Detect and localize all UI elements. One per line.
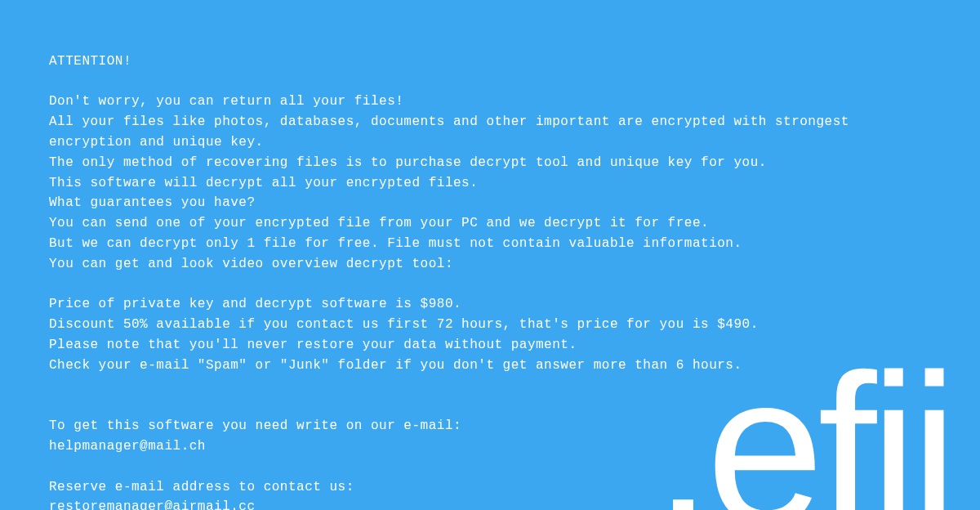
note-line: You can send one of your encrypted file …: [49, 216, 709, 230]
note-line: You can get and look video overview decr…: [49, 257, 453, 271]
note-line: Please note that you'll never restore yo…: [49, 338, 577, 352]
note-line: helpmanager@mail.ch: [49, 439, 206, 454]
note-line: Price of private key and decrypt softwar…: [49, 297, 461, 311]
ransom-note-content: ATTENTION! Don't worry, you can return a…: [0, 0, 980, 510]
note-line: Discount 50% available if you contact us…: [49, 317, 759, 332]
note-line: To get this software you need write on o…: [49, 418, 461, 433]
note-line: But we can decrypt only 1 file for free.…: [49, 236, 742, 251]
note-line: Check your e-mail "Spam" or "Junk" folde…: [49, 358, 742, 373]
note-line: Don't worry, you can return all your fil…: [49, 94, 403, 109]
note-line: Reserve e-mail address to contact us:: [49, 480, 354, 494]
note-line: restoremanager@airmail.cc: [49, 499, 256, 510]
note-line: All your files like photos, databases, d…: [49, 114, 858, 150]
note-line: What guarantees you have?: [49, 195, 256, 210]
note-line: ATTENTION!: [49, 54, 131, 69]
note-line: The only method of recovering files is t…: [49, 155, 767, 170]
note-line: This software will decrypt all your encr…: [49, 176, 478, 190]
